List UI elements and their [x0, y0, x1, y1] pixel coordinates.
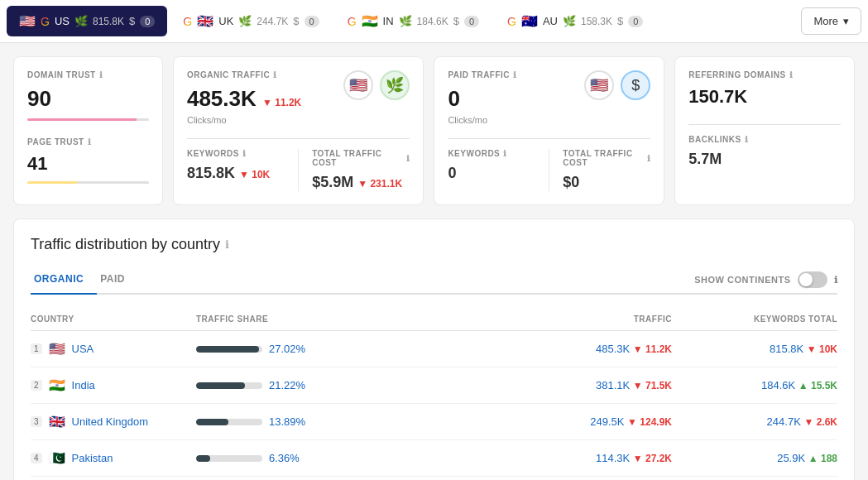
organic-traffic-change: 11.2K: [262, 97, 301, 108]
chevron-down-icon: ▾: [843, 15, 849, 27]
country-flag-3: 🇵🇰: [49, 450, 65, 466]
total-cost-info-icon[interactable]: ℹ: [406, 154, 410, 163]
page-trust-info-icon[interactable]: ℹ: [88, 137, 92, 146]
traffic-distribution-section: Traffic distribution by country ℹ ORGANI…: [13, 218, 855, 480]
country-name-0[interactable]: USA: [72, 343, 94, 355]
nav-tab-au-zero: 0: [628, 16, 643, 27]
nav-tab-in-traffic: 184.6K: [417, 16, 448, 27]
keywords-cell-3: 25.9K ▲ 188: [672, 452, 837, 464]
keywords-change-1: ▲ 15.5K: [798, 380, 837, 391]
nav-tab-au[interactable]: G 🇦🇺 AU 🌿 158.3K $ 0: [495, 6, 655, 36]
section-info-icon[interactable]: ℹ: [225, 238, 229, 251]
nav-tab-us[interactable]: 🇺🇸 G US 🌿 815.8K $ 0: [7, 6, 167, 36]
tab-organic[interactable]: ORGANIC: [31, 266, 97, 295]
paid-traffic-label: PAID TRAFFIC ℹ: [448, 70, 516, 79]
traffic-value-1: 381.1K: [596, 379, 630, 391]
country-name-1[interactable]: India: [72, 379, 95, 391]
table-row: 3 🇬🇧 United Kingdom 13.89% 249.5K ▼ 124.…: [31, 404, 837, 440]
nav-tab-au-label: AU: [543, 15, 558, 27]
paid-cost-label: TOTAL TRAFFIC COST ℹ: [563, 149, 650, 167]
traffic-value-0: 485.3K: [596, 343, 630, 355]
country-name-2[interactable]: United Kingdom: [72, 415, 149, 428]
nav-tab-uk-label: UK: [218, 15, 233, 27]
col-country: COUNTRY: [31, 314, 196, 324]
keywords-value-0: 815.8K: [770, 343, 803, 355]
table-body: 1 🇺🇸 USA 27.02% 485.3K ▼ 11.2K 815.8K ▼ …: [31, 331, 837, 477]
bar-fill-0: [196, 346, 259, 353]
bar-fill-2: [196, 419, 228, 425]
keywords-cell-1: 184.6K ▲ 15.5K: [672, 379, 837, 391]
more-dropdown[interactable]: More ▾: [801, 7, 861, 35]
table-row: 2 🇮🇳 India 21.22% 381.1K ▼ 71.5K 184.6K …: [31, 367, 837, 404]
organic-traffic-card: ORGANIC TRAFFIC ℹ 485.3K 11.2K Clicks/mo…: [173, 56, 424, 205]
organic-traffic-label: ORGANIC TRAFFIC ℹ: [187, 70, 301, 79]
paid-traffic-card: PAID TRAFFIC ℹ 0 Clicks/mo 🇺🇸 $ KEYWORDS…: [434, 56, 664, 205]
total-traffic-cost-section: TOTAL TRAFFIC COST ℹ $5.9M 231.1K: [312, 149, 410, 191]
dollar-icon-au: $: [617, 15, 623, 27]
show-continents-toggle-area: SHOW CONTINENTS ℹ: [694, 271, 837, 288]
top-nav: 🇺🇸 G US 🌿 815.8K $ 0 G 🇬🇧 UK 🌿 244.7K $ …: [0, 0, 868, 43]
google-icon-au: G: [507, 15, 516, 28]
domain-trust-value: 90: [27, 86, 149, 112]
bar-track-0: [196, 346, 262, 353]
keywords-cell-2: 244.7K ▼ 2.6K: [672, 415, 837, 428]
country-cell-3: 4 🇵🇰 Pakistan: [31, 450, 196, 466]
traffic-share-cell-3: 6.36%: [196, 452, 506, 464]
keywords-value-3: 25.9K: [777, 452, 805, 464]
nav-tab-us-zero: 0: [140, 16, 155, 27]
country-name-3[interactable]: Pakistan: [72, 452, 113, 464]
us-flag-circle: 🇺🇸: [343, 70, 373, 100]
nav-tab-in[interactable]: G 🇮🇳 IN 🌿 184.6K $ 0: [335, 6, 492, 36]
trust-card: DOMAIN TRUST ℹ 90 PAGE TRUST ℹ 41: [13, 56, 163, 205]
tab-paid[interactable]: PAID: [97, 266, 138, 295]
traffic-value-3: 114.3K: [596, 452, 630, 464]
domain-trust-label: DOMAIN TRUST ℹ: [27, 70, 149, 79]
total-traffic-cost-label: TOTAL TRAFFIC COST ℹ: [312, 149, 410, 167]
traffic-cell-2: 249.5K ▼ 124.9K: [506, 415, 672, 428]
nav-tab-au-traffic: 158.3K: [581, 16, 612, 27]
paid-divider: [549, 149, 549, 191]
nav-tab-us-label: US: [55, 15, 70, 27]
continents-info-icon[interactable]: ℹ: [834, 275, 838, 286]
keywords-value-1: 184.6K: [761, 379, 795, 391]
paid-cost-value: $0: [563, 174, 650, 191]
referring-domains-info-icon[interactable]: ℹ: [789, 70, 794, 79]
paid-cost-info-icon[interactable]: ℹ: [647, 154, 651, 163]
paid-traffic-value: 0: [448, 86, 516, 112]
leaf-flag-circle: 🌿: [380, 70, 410, 100]
dollar-icon-us: $: [129, 15, 135, 27]
paid-keywords-label: KEYWORDS ℹ: [448, 149, 535, 158]
organic-traffic-info-icon[interactable]: ℹ: [273, 70, 277, 79]
traffic-pct-1: 21.22%: [269, 379, 305, 391]
traffic-cell-0: 485.3K ▼ 11.2K: [506, 343, 672, 355]
country-cell-1: 2 🇮🇳 India: [31, 377, 196, 393]
referring-domains-label: REFERRING DOMAINS ℹ: [688, 70, 841, 79]
paid-keywords-info-icon[interactable]: ℹ: [503, 149, 507, 158]
keywords-change-0: ▼ 10K: [807, 343, 837, 355]
paid-keywords-value: 0: [448, 165, 535, 182]
country-flag-1: 🇮🇳: [49, 377, 65, 393]
bar-track-2: [196, 419, 262, 425]
traffic-change-1: ▼ 71.5K: [633, 380, 672, 391]
nav-tab-us-traffic: 815.8K: [93, 16, 124, 27]
paid-traffic-info-icon[interactable]: ℹ: [513, 70, 517, 79]
nav-tab-uk-traffic: 244.7K: [257, 16, 288, 27]
keywords-info-icon[interactable]: ℹ: [242, 149, 247, 158]
traffic-tabs-row: ORGANIC PAID SHOW CONTINENTS ℹ: [31, 266, 837, 295]
col-traffic: TRAFFIC: [506, 314, 672, 324]
rank-badge-3: 4: [31, 453, 42, 463]
paid-traffic-sub: Clicks/mo: [448, 115, 516, 125]
traffic-pct-0: 27.02%: [269, 343, 305, 355]
col-traffic-share: TRAFFIC SHARE: [196, 314, 506, 324]
nav-tab-uk[interactable]: G 🇬🇧 UK 🌿 244.7K $ 0: [170, 6, 331, 36]
domain-trust-info-icon[interactable]: ℹ: [99, 70, 103, 79]
organic-flags: 🇺🇸 🌿: [343, 70, 410, 100]
backlinks-info-icon[interactable]: ℹ: [745, 135, 749, 144]
organic-divider: [298, 149, 299, 191]
page-trust-bar: [27, 181, 149, 184]
dollar-icon-in: $: [453, 15, 459, 27]
paid-keywords-section: KEYWORDS ℹ 0: [448, 149, 535, 191]
referring-domains-value: 150.7K: [688, 86, 841, 108]
country-cell-2: 3 🇬🇧 United Kingdom: [31, 414, 196, 430]
show-continents-toggle[interactable]: [798, 271, 827, 288]
